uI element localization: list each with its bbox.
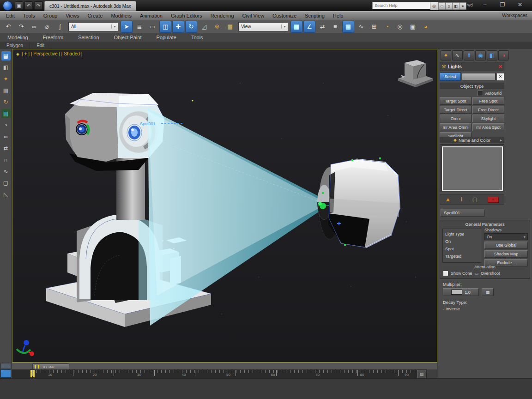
parameter-label[interactable]: Spot xyxy=(445,245,478,253)
save-icon[interactable]: ▣ xyxy=(15,1,23,10)
object-type-button[interactable]: Target Spot xyxy=(440,97,472,105)
shadow-option-button[interactable]: Shadow Map xyxy=(484,250,528,258)
chevron-right-icon[interactable]: ▸ xyxy=(500,138,502,142)
menu-item[interactable]: Customize xyxy=(268,13,301,18)
app-logo-icon[interactable] xyxy=(3,1,12,11)
swatch-button[interactable]: ▦ xyxy=(482,288,494,296)
clear-icon[interactable]: ✕ xyxy=(496,73,504,81)
viewport-layout-icon[interactable]: ▤ xyxy=(1,51,11,60)
menu-item[interactable]: Edit xyxy=(2,13,19,18)
viewport-label[interactable]: ◈ [ + ] [ Perspective ] [ Shaded ] xyxy=(16,51,82,56)
playhead-cursor[interactable] xyxy=(30,370,35,377)
trackbar-corner-button[interactable] xyxy=(0,363,11,369)
ibeam-icon[interactable]: I xyxy=(461,196,462,203)
object-type-button[interactable]: mr Area Spot xyxy=(472,123,504,131)
schematic-view-icon[interactable]: ⊞ xyxy=(368,21,380,33)
create-tab-icon[interactable]: ✦ xyxy=(441,50,451,60)
parameter-label[interactable]: Targeted xyxy=(445,253,478,260)
undo-icon[interactable]: ↶ xyxy=(2,21,14,33)
bind-to-space-warp-icon[interactable]: ʃ xyxy=(54,21,66,33)
hierarchy-tab-icon[interactable]: ⇑ xyxy=(464,50,474,60)
close-icon[interactable]: ✕ xyxy=(498,64,502,70)
object-type-button[interactable]: Omni xyxy=(440,115,472,122)
target-object[interactable] xyxy=(317,157,400,248)
ribbon-tab[interactable]: Modeling xyxy=(0,35,36,40)
object-type-button[interactable]: Skylight xyxy=(472,115,504,122)
maximize-icon[interactable]: ❐ xyxy=(499,1,506,8)
communication-center-icon[interactable]: ◧ xyxy=(452,2,459,10)
unlink-selection-icon[interactable]: ⌀ xyxy=(41,21,53,33)
select-by-name-icon[interactable]: ≣ xyxy=(133,21,145,33)
ribbon-tab[interactable]: Tools xyxy=(184,35,211,40)
select-and-scale-icon[interactable]: ◿ xyxy=(198,21,210,33)
shadows-dropdown[interactable]: On ▾ xyxy=(484,233,528,240)
ribbon-tab[interactable]: Selection xyxy=(71,35,106,40)
layer-explorer-icon[interactable]: ▤ xyxy=(342,21,354,33)
object-type-button[interactable]: Free Spot xyxy=(472,97,504,105)
menu-item[interactable]: Group xyxy=(39,13,62,18)
utilities-tab-icon[interactable]: ◑ xyxy=(498,50,509,60)
favorites-icon[interactable]: ★ xyxy=(459,2,466,10)
mirror-icon[interactable]: ⇄ xyxy=(316,21,328,33)
render-setup-icon[interactable]: ◎ xyxy=(394,21,406,33)
search-input[interactable] xyxy=(372,2,430,9)
undo-icon[interactable]: ↶ xyxy=(24,1,33,10)
viewport-label-text[interactable]: [ + ] [ Perspective ] [ Shaded ] xyxy=(22,51,82,56)
menu-item[interactable]: Scripting xyxy=(301,13,329,18)
ribbon-subtab[interactable]: Polygon xyxy=(0,42,30,49)
select-object-icon[interactable]: ➤ xyxy=(121,21,133,33)
select-and-move-icon[interactable]: ✚ xyxy=(172,21,184,33)
arc-tool-icon[interactable]: ∩ xyxy=(1,155,11,164)
ribbon-tab[interactable]: Freeform xyxy=(36,35,71,40)
panel-search-input[interactable] xyxy=(462,73,496,80)
link-constraint-icon[interactable]: ∞ xyxy=(1,132,11,141)
mirror-tool-icon[interactable]: ⇄ xyxy=(1,144,11,153)
menu-item[interactable]: Help xyxy=(329,13,348,18)
object-type-button[interactable]: mr Area Omni xyxy=(440,123,472,131)
select-and-rotate-icon[interactable]: ↻ xyxy=(185,21,197,33)
ribbon-tab[interactable]: Object Paint xyxy=(107,35,149,40)
object-type-button[interactable]: Free Direct xyxy=(472,106,504,114)
rendered-frame-icon[interactable]: ▣ xyxy=(407,21,419,33)
rollout-title[interactable]: General Parameters xyxy=(440,222,530,227)
window-crossing-icon[interactable]: ◫ xyxy=(159,21,171,33)
timeline-mode-button[interactable] xyxy=(0,369,11,378)
rollout-object-type-header[interactable]: Object Type xyxy=(440,83,504,89)
ribbon-subtab[interactable]: Edit xyxy=(30,42,51,49)
rollout-name-color-header[interactable]: ◆ Name and Color ▸ xyxy=(440,137,504,143)
redo-icon[interactable]: ↷ xyxy=(15,21,27,33)
timeline-ruler[interactable]: 102030405060708090 ▤ xyxy=(12,369,427,378)
menu-item[interactable]: Tools xyxy=(19,13,39,18)
perspective-viewport[interactable]: Spot001 xyxy=(12,49,437,363)
rotate-view-icon[interactable]: ↻ xyxy=(1,97,11,107)
curve-tool-icon[interactable]: ∿ xyxy=(1,167,11,176)
parameter-label[interactable]: Light Type xyxy=(445,230,478,238)
parameter-label[interactable]: On xyxy=(445,238,478,245)
color-swatch[interactable] xyxy=(451,290,462,295)
select-and-manipulate-icon[interactable]: ※ xyxy=(211,21,223,33)
select-and-link-icon[interactable]: ∞ xyxy=(28,21,40,33)
shading-icon[interactable]: ◔ xyxy=(1,121,11,130)
paint-select-icon[interactable]: ✦ xyxy=(1,74,11,84)
menu-item[interactable]: Create xyxy=(83,13,107,18)
ribbon-tab[interactable]: Populate xyxy=(149,35,183,40)
grid-array-icon[interactable]: ▦ xyxy=(1,86,11,95)
rect-tool-icon[interactable]: ▢ xyxy=(1,178,11,187)
track-bar[interactable]: 0 / 100 xyxy=(12,363,437,369)
object-name-button[interactable]: Spot001 xyxy=(441,209,485,217)
object-type-button[interactable]: Target Direct xyxy=(440,106,472,114)
menu-item[interactable]: Animation xyxy=(136,13,167,18)
material-editor-icon[interactable]: ◔ xyxy=(381,21,393,33)
swatch-icon[interactable]: ▢ xyxy=(472,196,478,203)
menu-item[interactable]: Graph Editors xyxy=(167,13,206,18)
shadow-option-button[interactable]: Use Global xyxy=(484,242,528,249)
red-strip-icon[interactable]: ≈ xyxy=(488,197,499,203)
redo-icon[interactable]: ↷ xyxy=(34,1,42,10)
polygon-tool-icon[interactable]: ◺ xyxy=(1,190,11,199)
select-button[interactable]: Select xyxy=(440,73,461,81)
sign-in-icon[interactable]: ▭ xyxy=(438,2,446,10)
close-icon[interactable]: ✕ xyxy=(516,1,524,8)
keyboard-override-icon[interactable]: ▦ xyxy=(224,21,236,33)
split-view-icon[interactable]: ◧ xyxy=(1,63,11,72)
viewport-menu-icon[interactable]: ◈ xyxy=(16,52,19,56)
